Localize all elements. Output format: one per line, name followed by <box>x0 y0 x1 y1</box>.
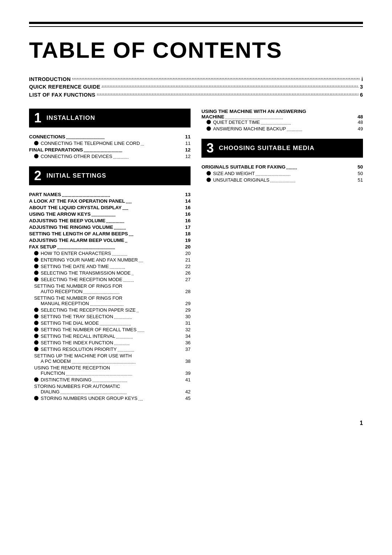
toc-dial-mode-text: SETTING THE DIAL MODE <box>41 320 99 326</box>
toc-ans-backup: ANSWERING MACHINE BACKUP ............. 4… <box>201 126 363 131</box>
toc-distinct-ring-num: 41 <box>185 377 191 382</box>
toc-tx-mode: SELECTING THE TRANSMISSION MODE .. 26 <box>29 270 191 276</box>
intro-entries: INTRODUCTION ...........................… <box>29 76 363 98</box>
toc-rings-auto-line2: AUTO RECEPTION .........................… <box>34 289 191 294</box>
toc-enter-chars-num: 20 <box>185 251 191 256</box>
toc-rings-auto-text1: SETTING THE NUMBER OF RINGS FOR <box>34 283 122 289</box>
toc-paper-size: SELECTING THE RECEPTION PAPER SIZE .. 29 <box>29 307 191 313</box>
toc-date-time-num: 22 <box>185 264 191 269</box>
toc-paper-size-num: 29 <box>185 307 191 313</box>
toc-remote-text2: FUNCTION <box>41 370 65 376</box>
toc-storeauto-line2: DIALING ................................… <box>34 389 191 394</box>
toc-beep-vol-num: 16 <box>185 218 191 223</box>
intro-label-listfax: LIST OF FAX FUNCTIONS <box>29 92 95 98</box>
bullet-icon <box>34 340 38 345</box>
intro-num-listfax: 6 <box>360 92 363 98</box>
toc-size-weight-num: 50 <box>358 171 363 176</box>
toc-look-fax-dots: ..... <box>125 199 185 204</box>
toc-connections-dots: ................................ <box>65 135 185 140</box>
toc-arrow-keys-text: USING THE ARROW KEYS <box>29 211 91 217</box>
toc-fax-setup-dots: ........................................… <box>56 245 185 250</box>
section1-header: 1 INSTALLATION <box>29 109 191 127</box>
bullet-icon <box>34 141 38 145</box>
toc-tray-sel-dots: ............... <box>113 315 185 320</box>
toc-arrow-keys: USING THE ARROW KEYS ...................… <box>29 211 191 217</box>
section1-number: 1 <box>34 112 41 125</box>
toc-remote-dots: ........................................… <box>65 372 185 377</box>
toc-unsuitable: UNSUITABLE ORIGINALS ...................… <box>201 177 363 183</box>
toc-recall-interval: SETTING THE RECALL INTERVAL ............… <box>29 333 191 339</box>
toc-final-prep-dots: ................................ <box>83 148 185 153</box>
toc-alarm-length-dots: .... <box>128 232 185 237</box>
toc-distinct-ring: DISTINCTIVE RINGING ....................… <box>29 377 191 382</box>
using-machine-num: 48 <box>358 114 363 119</box>
toc-tx-mode-num: 26 <box>185 270 191 276</box>
bullet-icon <box>34 271 38 275</box>
toc-tel-cord: CONNECTING THE TELEPHONE LINE CORD ... 1… <box>29 141 191 146</box>
toc-distinct-ring-dots: ............................. <box>91 378 185 383</box>
toc-final-prep-num: 12 <box>185 147 191 153</box>
toc-quiet-detect: QUIET DETECT TIME ......................… <box>201 119 363 125</box>
toc-group-keys: STORING NUMBERS UNDER GROUP KEYS .... 45 <box>29 396 191 401</box>
section3-header: 3 CHOOSING SUITABLE MEDIA <box>201 139 363 158</box>
section2-entries: PART NAMES .............................… <box>29 192 191 401</box>
toc-arrow-keys-dots: .................... <box>91 212 185 218</box>
bullet-icon <box>207 171 211 175</box>
section2-title: INITIAL SETTINGS <box>46 172 106 179</box>
toc-enter-name-dots: .... <box>138 258 185 263</box>
toc-part-names: PART NAMES .............................… <box>29 192 191 197</box>
intro-num-introduction: i <box>362 76 363 82</box>
toc-alarm-vol-text: ADJUSTING THE ALARM BEEP VOLUME <box>29 238 124 243</box>
toc-rings-auto-wrap: SETTING THE NUMBER OF RINGS FOR AUTO REC… <box>29 283 191 294</box>
bullet-icon <box>34 321 38 325</box>
toc-storeauto-text2: DIALING <box>41 389 60 394</box>
section1-title: INSTALLATION <box>46 114 95 122</box>
bullet-icon <box>34 314 38 319</box>
toc-part-names-dots: ........................................ <box>61 193 185 198</box>
toc-rings-manual-wrap: SETTING THE NUMBER OF RINGS FOR MANUAL R… <box>29 295 191 306</box>
toc-originals-faxing-dots: ......... <box>286 165 358 170</box>
bullet-icon <box>34 264 38 268</box>
toc-rings-manual-text2: MANUAL RECEPTION <box>41 301 89 306</box>
toc-rings-auto-line1: SETTING THE NUMBER OF RINGS FOR <box>34 283 191 289</box>
toc-index-fn-text: SETTING THE INDEX FUNCTION <box>41 340 113 345</box>
toc-size-weight-text: SIZE AND WEIGHT <box>213 171 255 176</box>
toc-ans-backup-dots: ............. <box>286 127 358 132</box>
page-title: TABLE OF CONTENTS <box>29 38 363 62</box>
toc-size-weight: SIZE AND WEIGHT ........................… <box>201 171 363 176</box>
toc-res-priority-num: 37 <box>185 347 191 352</box>
bullet-icon <box>207 126 211 131</box>
toc-pcmodem-dots: ........................................… <box>71 360 185 365</box>
toc-tel-cord-num: 11 <box>185 141 191 146</box>
toc-rx-mode-text: SELECTING THE RECEPTION MODE <box>41 277 122 282</box>
toc-recall-interval-num: 34 <box>185 333 191 339</box>
toc-rings-manual-num: 29 <box>185 301 191 306</box>
bullet-icon <box>34 334 38 338</box>
toc-enter-chars: HOW TO ENTER CHARACTERS ............. 20 <box>29 251 191 256</box>
right-column: USING THE MACHINE WITH AN ANSWERING MACH… <box>201 109 363 187</box>
toc-remote-line1: USING THE REMOTE RECEPTION <box>34 365 191 370</box>
intro-num-quickref: 3 <box>360 84 363 90</box>
bullet-icon <box>34 258 38 262</box>
intro-label-introduction: INTRODUCTION <box>29 76 71 82</box>
toc-originals-faxing-text: ORIGINALS SUITABLE FOR FAXING <box>201 164 286 170</box>
intro-dots-introduction: ........................................… <box>72 74 360 80</box>
toc-part-names-num: 13 <box>185 192 191 197</box>
intro-dots-quickref: ........................................… <box>102 82 358 88</box>
toc-enter-chars-dots: ............. <box>111 252 185 257</box>
toc-tel-cord-text: CONNECTING THE TELEPHONE LINE CORD <box>41 141 140 146</box>
toc-rx-mode-dots: ......... <box>122 278 185 283</box>
intro-dots-listfax: ........................................… <box>97 90 359 96</box>
toc-fax-setup: FAX SETUP ..............................… <box>29 244 191 250</box>
toc-other-devices-num: 12 <box>185 154 191 159</box>
toc-pcmodem-wrap: SETTING UP THE MACHINE FOR USE WITH A PC… <box>29 353 191 364</box>
toc-lcd-text: ABOUT THE LIQUID CRYSTAL DISPLAY <box>29 205 122 210</box>
section3-entries: ORIGINALS SUITABLE FOR FAXING ......... … <box>201 164 363 183</box>
toc-unsuitable-dots: ..................... <box>269 178 358 183</box>
toc-res-priority-dots: .............. <box>117 348 185 353</box>
section3-title: CHOOSING SUITABLE MEDIA <box>219 145 315 152</box>
toc-recall-times-dots: ...... <box>136 328 185 333</box>
toc-remote-text1: USING THE REMOTE RECEPTION <box>34 365 110 370</box>
bullet-icon <box>207 120 211 124</box>
toc-dial-mode-dots: .......................... <box>99 321 185 327</box>
